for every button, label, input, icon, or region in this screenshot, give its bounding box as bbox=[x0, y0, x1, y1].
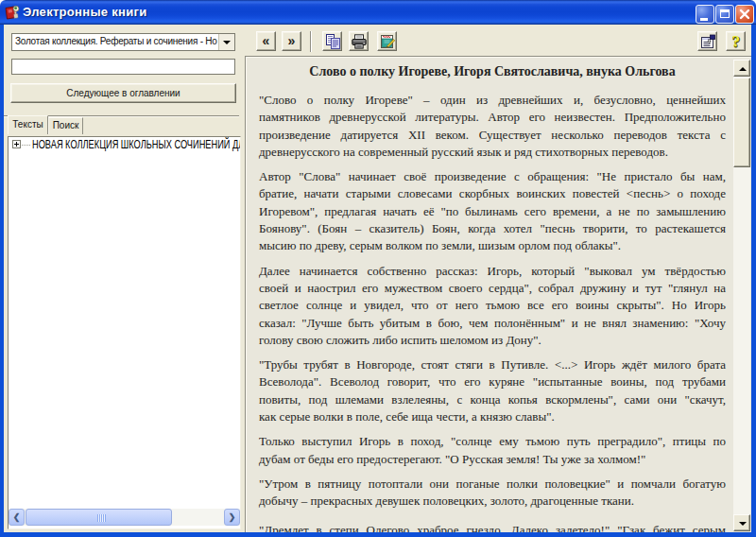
svg-text:?: ? bbox=[732, 34, 740, 49]
